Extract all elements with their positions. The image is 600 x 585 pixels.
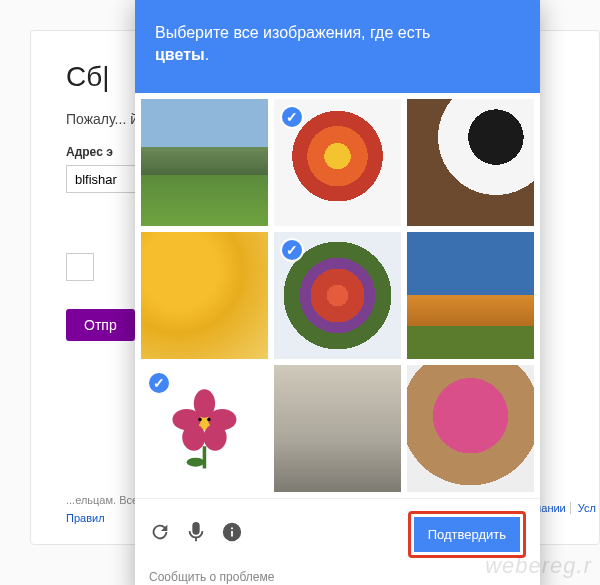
captcha-tile-5[interactable]: ✓ — [274, 232, 401, 359]
svg-point-4 — [182, 424, 205, 451]
checkmark-icon: ✓ — [280, 105, 304, 129]
captcha-tile-2[interactable]: ✓ — [274, 99, 401, 226]
captcha-dialog: Выберите все изображения, где есть цветы… — [135, 0, 540, 585]
checkmark-icon: ✓ — [147, 371, 171, 395]
captcha-grid: ✓ ✓ ✓ — [135, 93, 540, 498]
submit-button[interactable]: Отпр — [66, 309, 135, 341]
footer-link-left[interactable]: Правил — [66, 512, 105, 524]
footer-link-3[interactable]: Усл — [578, 502, 600, 514]
captcha-tile-3[interactable] — [407, 99, 534, 226]
captcha-tile-4[interactable] — [141, 232, 268, 359]
report-problem-link[interactable]: Сообщить о проблеме — [135, 570, 540, 585]
audio-icon[interactable] — [185, 521, 207, 547]
captcha-tile-7[interactable]: ✓ — [141, 365, 268, 492]
reload-icon[interactable] — [149, 521, 171, 547]
captcha-tile-1[interactable] — [141, 99, 268, 226]
watermark: webereg.r — [485, 553, 592, 579]
captcha-footer: Подтвердить — [135, 498, 540, 570]
svg-point-5 — [204, 424, 227, 451]
verify-highlight: Подтвердить — [408, 511, 526, 558]
svg-point-7 — [198, 418, 202, 422]
svg-point-8 — [207, 418, 211, 422]
captcha-instruction-target: цветы — [155, 46, 205, 63]
captcha-tile-6[interactable] — [407, 232, 534, 359]
captcha-tile-8[interactable] — [274, 365, 401, 492]
verify-button[interactable]: Подтвердить — [414, 517, 520, 552]
info-icon[interactable] — [221, 521, 243, 547]
svg-point-6 — [187, 458, 205, 467]
captcha-instruction: Выберите все изображения, где есть цветы… — [135, 0, 540, 93]
captcha-tile-9[interactable] — [407, 365, 534, 492]
checkmark-icon: ✓ — [280, 238, 304, 262]
flower-illustration-icon — [160, 384, 249, 473]
recaptcha-checkbox[interactable] — [66, 253, 94, 281]
captcha-instruction-prefix: Выберите все изображения, где есть — [155, 24, 430, 41]
